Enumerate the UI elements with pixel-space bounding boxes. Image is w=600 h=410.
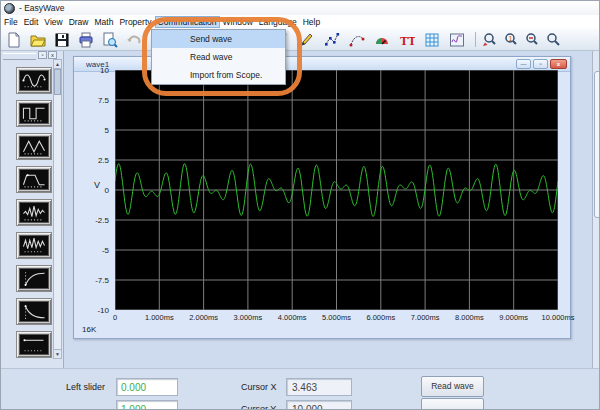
text-marks-icon[interactable]: TT xyxy=(398,31,416,49)
cursor-value-field-row2[interactable]: 10.000 xyxy=(286,400,352,410)
y-axis-labels: 107.552.50-2.5-5-7.5-10 xyxy=(74,57,112,317)
noise-wave-button[interactable] xyxy=(16,232,52,259)
exp-rise-wave-icon xyxy=(19,268,49,289)
wave1-restore-button[interactable]: ▫ xyxy=(533,59,548,69)
zoom-out-icon[interactable] xyxy=(523,31,541,49)
x-tick-label: 2.000ms xyxy=(189,313,218,322)
svg-text:1: 1 xyxy=(509,35,513,42)
menu-item-send-wave[interactable]: Send wave xyxy=(152,30,285,48)
communication-dropdown-menu: Send waveRead waveImport from Scope. xyxy=(151,29,286,85)
menu-draw[interactable]: Draw xyxy=(66,16,92,28)
sine-wave-button[interactable] xyxy=(16,67,52,94)
slider-value-input-row2[interactable]: 1.000 xyxy=(116,400,178,410)
zoom-previous-icon[interactable] xyxy=(481,31,499,49)
x-tick-label: 6.000ms xyxy=(366,313,395,322)
sidebar-scrollbar[interactable]: ▲ ▼ xyxy=(53,59,62,359)
new-file-icon[interactable] xyxy=(5,31,23,49)
grid-icon[interactable] xyxy=(423,31,441,49)
menu-file[interactable]: File xyxy=(1,16,21,28)
x-tick-label: 8.000ms xyxy=(455,313,484,322)
x-tick-label: 4.000ms xyxy=(278,313,307,322)
y-tick-label: 2.5 xyxy=(79,156,109,165)
cursor-value-field-row1[interactable]: 3.463 xyxy=(286,378,352,396)
title-bar: - EasyWave xyxy=(1,1,600,15)
y-tick-label: -7.5 xyxy=(79,276,109,285)
bottom-control-panel: Left slider0.000Cursor X3.463Read wave1.… xyxy=(1,368,600,410)
x-tick-label: 1.000ms xyxy=(145,313,174,322)
triangle-wave-button[interactable] xyxy=(16,133,52,160)
menu-math[interactable]: Math xyxy=(91,16,116,28)
menu-communication[interactable]: Communication xyxy=(155,16,220,28)
slider-label-row1: Left slider xyxy=(66,382,105,392)
open-file-icon[interactable] xyxy=(29,31,47,49)
wave-palette-sidebar: ▫ x ▲ ▼ xyxy=(1,51,64,368)
pulse-wave-icon xyxy=(19,169,49,190)
window-title: - EasyWave xyxy=(19,3,65,13)
mdi-scroll-thumb[interactable] xyxy=(594,71,600,218)
mdi-vertical-scrollbar[interactable] xyxy=(592,51,600,368)
easywave-window: - EasyWave FileEditViewDrawMathPropertyC… xyxy=(0,0,600,410)
sample-points-label: 16K xyxy=(82,325,96,334)
y-tick-label: 10 xyxy=(79,66,109,75)
x-tick-label: 10.000ms xyxy=(542,313,575,322)
pulse-wave-button[interactable] xyxy=(16,166,52,193)
sidebar-scroll-thumb[interactable] xyxy=(54,69,61,95)
menu-item-read-wave[interactable]: Read wave xyxy=(152,48,285,66)
read-wave-button[interactable]: Read wave xyxy=(421,376,484,397)
menu-language[interactable]: Language xyxy=(256,16,300,28)
sinc-wave-button[interactable] xyxy=(16,199,52,226)
menu-window[interactable]: Window xyxy=(220,16,256,28)
sidebar-close-icon[interactable]: x xyxy=(48,51,57,59)
scroll-down-icon[interactable]: ▼ xyxy=(54,349,61,358)
wave1-document-window: wave1 — ▫ x 107.552.50-2.5-5-7.5-10 V 01… xyxy=(73,56,571,339)
exp-fall-wave-button[interactable] xyxy=(16,298,52,325)
sinc-wave-icon xyxy=(19,202,49,223)
wave1-close-button[interactable]: x xyxy=(550,59,567,69)
pencil-draw-icon[interactable] xyxy=(298,31,316,49)
sidebar-grip[interactable] xyxy=(3,53,36,60)
wave-zoom-window-icon[interactable] xyxy=(448,31,466,49)
scroll-up-icon[interactable]: ▲ xyxy=(54,60,61,69)
interpolate-icon[interactable] xyxy=(348,31,366,49)
x-tick-label: 0 xyxy=(113,313,117,322)
meter-icon[interactable] xyxy=(373,31,391,49)
cursor-label-row1: Cursor X xyxy=(241,382,277,392)
y-tick-label: 5 xyxy=(79,126,109,135)
menu-bar: FileEditViewDrawMathPropertyCommunicatio… xyxy=(1,15,600,28)
edit-points-icon[interactable] xyxy=(323,31,341,49)
square-wave-icon xyxy=(19,103,49,124)
exp-rise-wave-button[interactable] xyxy=(16,265,52,292)
zoom-in-icon[interactable]: 1 xyxy=(502,31,520,49)
app-globe-icon xyxy=(4,3,15,14)
waveform-plot[interactable] xyxy=(115,70,558,310)
menu-item-import-from-scope-[interactable]: Import from Scope. xyxy=(152,66,285,84)
print-icon[interactable] xyxy=(77,31,95,49)
cursor-label-row2: Cursor Y xyxy=(241,404,276,410)
menu-edit[interactable]: Edit xyxy=(21,16,42,28)
x-tick-label: 3.000ms xyxy=(234,313,263,322)
print-preview-icon[interactable] xyxy=(101,31,119,49)
y-tick-label: -10 xyxy=(79,306,109,315)
slider-value-input-row1[interactable]: 0.000 xyxy=(116,378,178,396)
wave1-minimize-button[interactable]: — xyxy=(516,59,531,69)
undo-icon[interactable] xyxy=(125,31,143,49)
menu-help[interactable]: Help xyxy=(300,16,323,28)
toolbar-separator xyxy=(475,32,476,47)
noise-wave-icon xyxy=(19,235,49,256)
dc-wave-icon xyxy=(19,334,49,355)
x-tick-label: 5.000ms xyxy=(322,313,351,322)
svg-text:TT: TT xyxy=(400,34,415,48)
zoom-select-icon[interactable] xyxy=(544,31,562,49)
mdi-client-area: wave1 — ▫ x 107.552.50-2.5-5-7.5-10 V 01… xyxy=(64,51,600,368)
save-icon[interactable] xyxy=(53,31,71,49)
square-wave-button[interactable] xyxy=(16,100,52,127)
y-axis-name: V xyxy=(94,180,100,190)
dc-wave-button[interactable] xyxy=(16,331,52,358)
menu-property[interactable]: Property xyxy=(116,16,154,28)
y-tick-label: 7.5 xyxy=(79,96,109,105)
toolbar: TT1 xyxy=(1,28,600,51)
y-tick-label: -5 xyxy=(79,246,109,255)
sidebar-restore-icon[interactable]: ▫ xyxy=(38,51,47,59)
menu-view[interactable]: View xyxy=(41,16,65,28)
row2-button[interactable] xyxy=(421,398,484,410)
